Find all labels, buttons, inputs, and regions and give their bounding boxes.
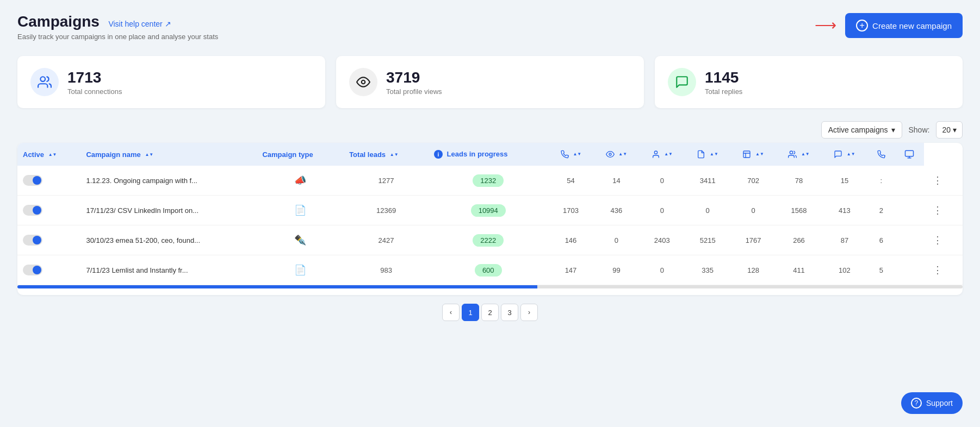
c7-3: 102	[822, 255, 867, 285]
connections-number: 1713	[67, 69, 122, 86]
th-c5[interactable]: ▲▼	[730, 143, 776, 166]
connections-icon	[30, 68, 59, 96]
c3-2: 2403	[639, 225, 685, 255]
c1-2: 146	[548, 225, 594, 255]
c6-3: 411	[776, 255, 822, 285]
sort-icon-c2: ▲▼	[618, 152, 627, 156]
total-leads-3: 983	[344, 255, 429, 285]
replies-number: 1145	[705, 69, 742, 86]
th-leads-progress[interactable]: i Leads in progress	[429, 143, 548, 166]
c7-0: 15	[822, 166, 867, 196]
stat-card-profile-views: 3719 Total profile views	[336, 56, 644, 108]
c7-2: 87	[822, 225, 867, 255]
next-page-button[interactable]: ›	[520, 304, 538, 321]
more-button-1[interactable]: ⋮	[929, 203, 946, 217]
th-c7[interactable]: ▲▼	[822, 143, 867, 166]
page-title: Campaigns	[17, 13, 100, 30]
c3-1: 0	[639, 196, 685, 225]
c4-3: 335	[685, 255, 730, 285]
connections-label: Total connections	[67, 87, 122, 96]
campaign-type-3: 📄	[257, 255, 344, 285]
support-icon: ?	[911, 398, 922, 409]
campaign-type-1: 📄	[257, 196, 344, 225]
campaign-name-3: 7/11/23 Lemlist and Instantly fr...	[80, 255, 257, 285]
c7-1: 413	[822, 196, 867, 225]
campaign-filter-dropdown[interactable]: Active campaigns ▾	[821, 121, 902, 139]
c2-1: 436	[593, 196, 639, 225]
more-button-3[interactable]: ⋮	[929, 263, 946, 277]
c1-3: 147	[548, 255, 594, 285]
th-campaign-name[interactable]: Campaign name ▲▼	[80, 143, 257, 166]
stat-card-replies: 1145 Total replies	[655, 56, 963, 108]
th-c3[interactable]: ▲▼	[639, 143, 685, 166]
replies-label: Total replies	[705, 87, 742, 96]
c9-1	[895, 196, 925, 225]
active-toggle-3[interactable]	[23, 265, 42, 275]
page-2-button[interactable]: 2	[481, 304, 499, 321]
chevron-down-icon: ▾	[891, 125, 895, 134]
show-count-dropdown[interactable]: 20 ▾	[936, 121, 963, 139]
total-leads-1: 12369	[344, 196, 429, 225]
active-toggle-cell	[23, 205, 75, 216]
table-row: 1.12.23. Ongoing campaign with f... 📣 12…	[17, 166, 963, 196]
page-1-button[interactable]: 1	[462, 304, 479, 321]
create-campaign-button[interactable]: + Create new campaign	[845, 13, 963, 38]
campaign-type-0: 📣	[257, 166, 344, 196]
sort-icon-active: ▲▼	[48, 153, 57, 157]
c9-0	[895, 166, 925, 196]
total-leads-2: 2427	[344, 225, 429, 255]
th-c8[interactable]	[867, 143, 895, 166]
svg-point-0	[40, 77, 45, 81]
th-c1[interactable]: ▲▼	[548, 143, 594, 166]
c4-2: 5215	[685, 225, 730, 255]
c9-3	[895, 255, 925, 285]
th-type-label: Campaign type	[262, 150, 313, 159]
campaigns-table: Active ▲▼ Campaign name ▲▼ Campaign type…	[17, 143, 963, 295]
arrow-indicator: ⟶	[815, 18, 836, 33]
svg-point-3	[654, 151, 657, 154]
th-c2[interactable]: ▲▼	[593, 143, 639, 166]
leads-progress-1: 10994	[429, 196, 548, 225]
c2-3: 99	[593, 255, 639, 285]
th-total-leads[interactable]: Total leads ▲▼	[344, 143, 429, 166]
sort-icon-c5: ▲▼	[755, 152, 764, 156]
table-toolbar: Active campaigns ▾ Show: 20 ▾	[17, 121, 963, 139]
active-toggle-1[interactable]	[23, 205, 42, 216]
campaign-name-2: 30/10/23 emea 51-200, ceo, found...	[80, 225, 257, 255]
th-c4[interactable]: ▲▼	[685, 143, 730, 166]
th-c6[interactable]: ▲▼	[776, 143, 822, 166]
active-toggle-cell	[23, 265, 75, 275]
th-active[interactable]: Active ▲▼	[17, 143, 80, 166]
table-row: 7/11/23 Lemlist and Instantly fr... 📄 98…	[17, 255, 963, 285]
more-button-0[interactable]: ⋮	[929, 173, 946, 187]
c8-2: 6	[867, 225, 895, 255]
sort-icon-c7: ▲▼	[847, 152, 855, 156]
support-button[interactable]: ? Support	[901, 392, 963, 414]
pagination: ‹ 1 2 3 ›	[17, 295, 963, 330]
info-icon: i	[434, 150, 443, 159]
stats-row: 1713 Total connections 3719 Total profil…	[17, 56, 963, 108]
sort-icon-name: ▲▼	[145, 153, 153, 157]
profile-views-label: Total profile views	[386, 87, 442, 96]
active-toggle-2[interactable]	[23, 235, 42, 246]
row-actions-1: ⋮	[924, 196, 963, 225]
stat-card-connections: 1713 Total connections	[17, 56, 325, 108]
th-c9[interactable]	[895, 143, 925, 166]
more-button-2[interactable]: ⋮	[929, 233, 946, 247]
sort-icon-leads: ▲▼	[390, 153, 399, 157]
row-actions-2: ⋮	[924, 225, 963, 255]
table-row: 30/10/23 emea 51-200, ceo, found... ✒️ 2…	[17, 225, 963, 255]
active-toggle-cell	[23, 235, 75, 246]
prev-page-button[interactable]: ‹	[442, 304, 460, 321]
th-leads-label: Total leads	[349, 150, 386, 159]
table-header-row: Active ▲▼ Campaign name ▲▼ Campaign type…	[17, 143, 963, 166]
c8-1: 2	[867, 196, 895, 225]
sort-icon-c3: ▲▼	[664, 152, 673, 156]
active-toggle-0[interactable]	[23, 175, 42, 186]
c4-1: 0	[685, 196, 730, 225]
svg-point-1	[362, 80, 365, 84]
c6-1: 1568	[776, 196, 822, 225]
campaign-name-1: 17/11/23/ CSV LinkedIn Import on...	[80, 196, 257, 225]
help-link[interactable]: Visit help center ↗	[108, 20, 171, 28]
page-3-button[interactable]: 3	[501, 304, 518, 321]
